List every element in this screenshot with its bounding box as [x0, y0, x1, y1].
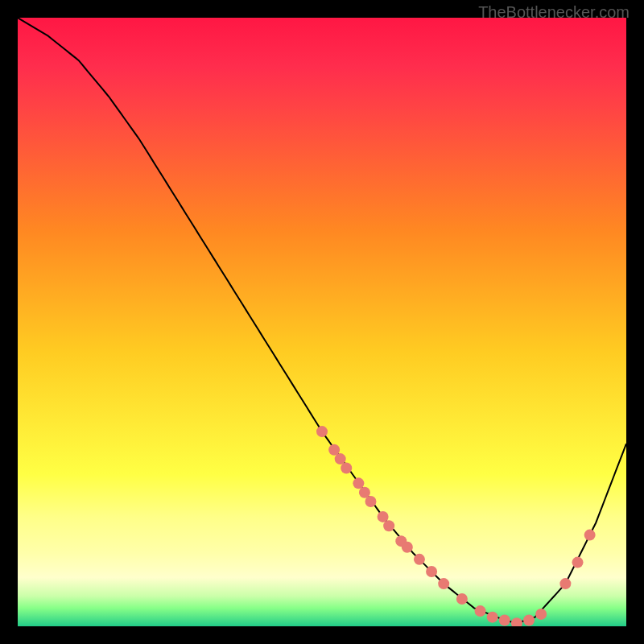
watermark-text: TheBottlenecker.com	[478, 3, 630, 22]
data-marker	[511, 617, 522, 626]
data-marker	[499, 614, 510, 625]
chart-svg	[18, 18, 626, 626]
data-marker	[572, 557, 584, 568]
data-marker	[559, 578, 571, 589]
data-marker	[402, 542, 413, 553]
data-marker	[316, 426, 328, 437]
data-marker	[438, 578, 449, 589]
data-marker	[487, 612, 498, 623]
data-marker	[426, 566, 437, 577]
plot-area	[18, 18, 626, 626]
curve-line	[18, 18, 626, 623]
data-marker	[523, 614, 535, 625]
data-marker	[341, 462, 352, 473]
data-marker	[456, 593, 468, 605]
data-marker	[414, 554, 425, 565]
data-marker	[383, 520, 394, 531]
data-marker	[475, 605, 486, 617]
data-marker	[584, 530, 596, 541]
data-marker	[365, 496, 376, 507]
data-marker	[535, 609, 547, 620]
